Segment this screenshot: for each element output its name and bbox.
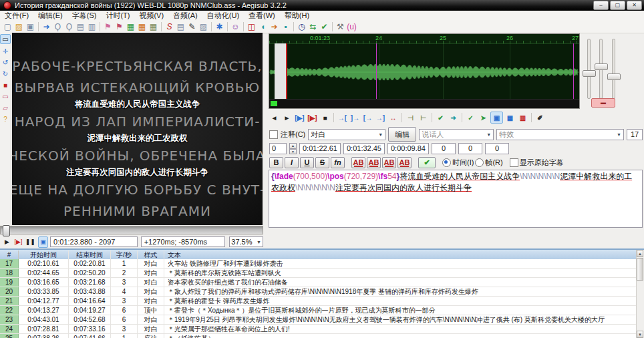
select-visible-icon[interactable]: ✔	[319, 21, 330, 32]
video-details-icon[interactable]: ◫	[246, 21, 257, 32]
play-line-button[interactable]: [▶]	[14, 237, 23, 247]
italic-button[interactable]: I	[285, 157, 299, 168]
underline-button[interactable]: U	[300, 157, 314, 168]
actor-select[interactable]: 说话人 ▼	[419, 129, 494, 140]
table-row[interactable]: 17 0:02:10.61 0:02:20.81 1 对白 火车站 铁路修理厂和…	[0, 259, 637, 269]
play-button[interactable]: ▶	[3, 237, 11, 247]
menu-item[interactable]: 文件(F)	[0, 11, 33, 21]
play-500ms-before-button[interactable]: →[	[337, 112, 348, 123]
menu-item[interactable]: 计时(T)	[101, 11, 134, 21]
save-subtitles-icon[interactable]: ▣	[25, 21, 36, 32]
start-time-input[interactable]: 0:01:22.61	[299, 143, 341, 154]
video-seek-bar[interactable]	[0, 226, 263, 234]
table-row[interactable]: 19 0:03:16.65 0:03:21.68 3 对白 资本家收买的奸细点燃…	[0, 278, 637, 287]
primary-color-button[interactable]: AB	[351, 157, 365, 168]
secondary-color-button[interactable]: AB	[367, 157, 381, 168]
strikeout-button[interactable]: S	[315, 157, 329, 168]
timing-postprocessor-icon[interactable]: ⇆	[307, 21, 319, 32]
font-button[interactable]: fn	[331, 157, 345, 168]
seek-thumb[interactable]	[3, 225, 10, 236]
rotate-xy-tool-icon[interactable]: ↻	[1, 69, 10, 78]
pause-button[interactable]: ❚❚	[25, 237, 35, 247]
menu-item[interactable]: 自动化(U)	[202, 11, 244, 21]
table-row[interactable]: 23 0:04:43.01 0:04:52.68 6 对白 ＊1919年9月25…	[0, 315, 637, 325]
paste-over-icon[interactable]: ▨	[198, 21, 209, 32]
menu-item[interactable]: 查看(W)	[244, 11, 280, 21]
style-select[interactable]: 对白 ▼	[308, 129, 385, 140]
scrollbar-thumb[interactable]	[637, 258, 643, 281]
spin-down-icon[interactable]: ▼	[289, 149, 297, 155]
jump-to-icon[interactable]: ➜	[41, 21, 52, 32]
end-time-input[interactable]: 0:01:32.45	[343, 143, 385, 154]
open-subtitles-icon[interactable]: ▨	[13, 21, 25, 32]
lead-out-button[interactable]: ⊢	[418, 112, 429, 123]
table-row[interactable]: 24 0:07:28.81 0:07:33.16 3 对白 ＊光荣属于那些牺牲在…	[0, 325, 637, 334]
snap-to-scene-icon[interactable]: ▪	[280, 21, 291, 32]
detach-video-icon[interactable]: ☺	[230, 21, 241, 32]
scroll-up-icon[interactable]: ▲	[637, 250, 643, 257]
grid-scrollbar[interactable]: ▲ ▼	[636, 250, 644, 338]
attachments-icon[interactable]: ▥	[86, 21, 98, 32]
color-scheme-toggle[interactable]: ▥	[517, 112, 528, 123]
automation-macro-icon[interactable]: (u)	[346, 21, 357, 32]
layer-input[interactable]: 0	[269, 143, 287, 154]
shift-times-icon[interactable]: ◷	[296, 21, 307, 32]
auto-next-toggle[interactable]: ➤	[478, 112, 489, 123]
spell-checker-icon[interactable]: S	[164, 21, 175, 32]
play-500ms-after-button[interactable]: ]→	[349, 112, 361, 123]
menu-item[interactable]: 视频(V)	[134, 11, 168, 21]
menu-item[interactable]: 音频(A)	[168, 11, 202, 21]
table-row[interactable]: 25 0:07:38.26 0:07:41.66 1 底注 ＊（托洛茨基）	[0, 334, 637, 338]
comment-checkbox[interactable]	[269, 130, 278, 139]
standard-tool-icon[interactable]: ▭	[0, 34, 11, 44]
effect-select[interactable]: 特效 ▼	[496, 129, 624, 140]
selection-start-marker[interactable]	[286, 43, 287, 100]
commit-button[interactable]: ✔	[418, 157, 436, 168]
audio-scrollbar[interactable]	[269, 99, 579, 108]
vertical-zoom-slider[interactable]	[595, 63, 608, 70]
play-selection-button[interactable]: [▶]	[294, 112, 305, 123]
translation-assistant-icon[interactable]: ▦	[125, 21, 136, 32]
rotate-z-tool-icon[interactable]: ↺	[1, 58, 10, 67]
volume-track[interactable]	[612, 39, 615, 99]
shadow-color-button[interactable]: AB	[397, 157, 412, 168]
go-to-selection-button[interactable]: ➜	[448, 112, 459, 123]
close-button[interactable]: ✕	[627, 1, 642, 10]
frame-mode-radio[interactable]	[475, 158, 484, 167]
margin-left-input[interactable]: 0	[432, 143, 456, 154]
scale-tool-icon[interactable]: ■	[1, 81, 10, 90]
video-display[interactable]: РАБОЧЕ-КРЕСТЬЯНСКАЯ ВЛАСТЬ,ВЫРВАВ ИСТЕКА…	[12, 33, 263, 225]
table-row[interactable]: 18 0:02:44.65 0:02:50.20 2 对白 ＊莫斯科的库尔斯克铁…	[0, 269, 637, 278]
horizontal-zoom-track[interactable]	[587, 39, 591, 99]
outline-color-button[interactable]: AB	[382, 157, 396, 168]
find-icon[interactable]: Ϙ	[52, 21, 63, 32]
new-subtitles-icon[interactable]: ▢	[2, 21, 13, 32]
time-mode-radio[interactable]	[442, 158, 451, 167]
style-assistant-icon[interactable]: ⚑	[114, 21, 125, 32]
audio-scroll-position[interactable]	[271, 101, 277, 106]
audio-display[interactable]: 0:01:2324252627	[269, 33, 580, 109]
commit-button[interactable]: ✔	[435, 112, 446, 123]
menu-item[interactable]: 编辑(E)	[33, 11, 67, 21]
auto-seek-toggle[interactable]: ▣	[38, 236, 48, 248]
play-before-after-button[interactable]: ↔	[387, 112, 399, 123]
play-first-500ms-button[interactable]: [→	[362, 112, 373, 123]
edit-style-button[interactable]: 编辑	[388, 127, 416, 142]
jump-video-to-end-icon[interactable]: ➜	[269, 21, 280, 32]
resample-resolution-icon[interactable]: ▦	[136, 21, 148, 32]
select-lines-icon[interactable]: ✎	[186, 21, 198, 32]
table-row[interactable]: 22 0:04:13.27 0:04:19.27 6 顶中 ＊霍登卡（＊Ходы…	[0, 306, 637, 315]
audio-waveform[interactable]	[269, 43, 579, 100]
automation-icon[interactable]: ✱	[214, 21, 225, 32]
play-line-button[interactable]: [▶]	[307, 112, 318, 123]
kanji-timer-icon[interactable]: ▤	[175, 21, 186, 32]
table-row[interactable]: 21 0:04:12.77 0:04:16.64 3 对白 ＊莫斯科的霍登卡 弹…	[0, 297, 637, 306]
aspect-ratio-icon[interactable]: ◖	[257, 21, 269, 32]
play-last-500ms-button[interactable]: →]	[375, 112, 386, 123]
table-row[interactable]: 20 0:03:33.85 0:03:43.88 4 对白 ＊敌人炸毁了我们的弹…	[0, 287, 637, 297]
styles-manager-icon[interactable]: ⚑	[102, 21, 114, 32]
duration-input[interactable]: 0:00:09.84	[387, 143, 429, 154]
spectrum-analyzer-toggle[interactable]: ▦	[504, 112, 516, 123]
margin-right-input[interactable]: 0	[458, 143, 482, 154]
menu-item[interactable]: 帮助(H)	[280, 11, 314, 21]
